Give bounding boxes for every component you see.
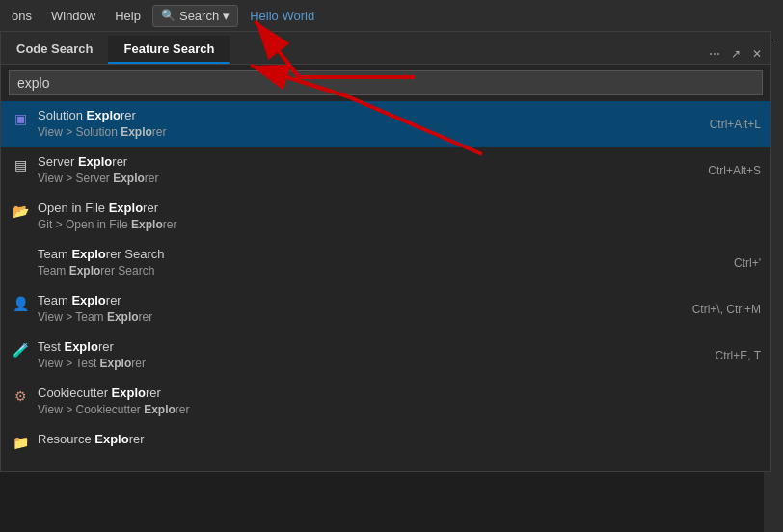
result-icon: 📁 <box>11 433 30 452</box>
result-content: Server Explorer View > Server Explorer <box>38 153 698 187</box>
result-subtitle: View > Cookiecutter Explorer <box>38 402 751 418</box>
result-item[interactable]: 📁 Resource Explorer <box>1 425 770 471</box>
result-title: Test Explorer <box>38 338 706 356</box>
panel-options-btn[interactable]: ⋯ <box>705 44 724 64</box>
result-title: Resource Explorer <box>38 431 751 448</box>
result-shortcut: Ctrl+Alt+L <box>700 118 761 131</box>
result-icon: 👤 <box>11 294 30 313</box>
result-icon: ▣ <box>11 109 30 128</box>
menu-window[interactable]: Window <box>43 5 103 27</box>
result-content: Test Explorer View > Test Explorer <box>38 338 706 372</box>
result-shortcut: Ctrl+E, T <box>706 349 761 362</box>
tab-code-search[interactable]: Code Search <box>1 36 108 64</box>
search-icon: 🔍 <box>161 9 176 22</box>
result-subtitle: View > Test Explorer <box>38 356 706 372</box>
result-shortcut: Ctrl+' <box>724 256 761 270</box>
result-item[interactable]: ▣ Solution Explorer View > Solution Expl… <box>1 101 770 147</box>
result-content: Solution Explorer View > Solution Explor… <box>38 107 700 141</box>
result-icon <box>11 248 30 267</box>
result-icon: ⚙ <box>11 386 30 406</box>
menu-ons[interactable]: ons <box>4 5 40 27</box>
result-item[interactable]: ⚙ Cookiecutter Explorer View > Cookiecut… <box>1 379 770 425</box>
search-panel: Code Search Feature Search ⋯ ↗ ✕ ▣ Solut… <box>0 31 771 472</box>
result-content: Team Explorer Search Team Explorer Searc… <box>38 246 724 279</box>
result-title: Solution Explorer <box>38 107 700 124</box>
menu-help[interactable]: Help <box>107 5 148 27</box>
menu-bar: ons Window Help 🔍 Search ▾ Hello World <box>0 0 783 31</box>
tab-bar: Code Search Feature Search ⋯ ↗ ✕ <box>1 32 770 65</box>
result-subtitle: Git > Open in File Explorer <box>38 217 751 233</box>
panel-close-btn[interactable]: ✕ <box>747 44 767 64</box>
search-input[interactable] <box>9 70 763 95</box>
panel-controls: ⋯ ↗ ✕ <box>701 44 770 64</box>
result-icon: ▤ <box>11 155 30 174</box>
dropdown-arrow: ▾ <box>223 9 230 23</box>
result-subtitle: View > Solution Explorer <box>38 124 700 141</box>
result-subtitle: View > Team Explorer <box>38 309 683 326</box>
result-title: Team Explorer <box>38 292 683 309</box>
result-content: Cookiecutter Explorer View > Cookiecutte… <box>38 385 751 418</box>
result-title: Open in File Explorer <box>38 200 751 217</box>
panel-float-btn[interactable]: ↗ <box>726 44 745 64</box>
hello-world-tab[interactable]: Hello World <box>242 5 322 27</box>
result-item[interactable]: Team Explorer Search Team Explorer Searc… <box>1 240 770 286</box>
result-icon: 🧪 <box>11 340 30 359</box>
search-input-row <box>1 65 770 101</box>
result-subtitle: Team Explorer Search <box>38 263 724 279</box>
result-icon: 📂 <box>11 201 30 221</box>
search-button-label: Search <box>179 9 219 23</box>
results-list: ▣ Solution Explorer View > Solution Expl… <box>1 101 770 471</box>
result-item[interactable]: 👤 Team Explorer View > Team Explorer Ctr… <box>1 286 770 332</box>
result-title: Team Explorer Search <box>38 246 724 263</box>
result-content: Open in File Explorer Git > Open in File… <box>38 200 751 233</box>
result-subtitle: View > Server Explorer <box>38 171 698 187</box>
result-item[interactable]: 📂 Open in File Explorer Git > Open in Fi… <box>1 194 770 240</box>
result-item[interactable]: 🧪 Test Explorer View > Test Explorer Ctr… <box>1 332 770 379</box>
result-item[interactable]: ▤ Server Explorer View > Server Explorer… <box>1 147 770 194</box>
tab-feature-search[interactable]: Feature Search <box>108 36 230 64</box>
search-button[interactable]: 🔍 Search ▾ <box>152 5 238 27</box>
result-title: Server Explorer <box>38 153 698 171</box>
result-content: Team Explorer View > Team Explorer <box>38 292 683 326</box>
result-title: Cookiecutter Explorer <box>38 385 751 402</box>
result-content: Resource Explorer <box>38 431 751 448</box>
result-shortcut: Ctrl+Alt+S <box>698 164 761 177</box>
result-shortcut: Ctrl+\, Ctrl+M <box>683 303 761 316</box>
